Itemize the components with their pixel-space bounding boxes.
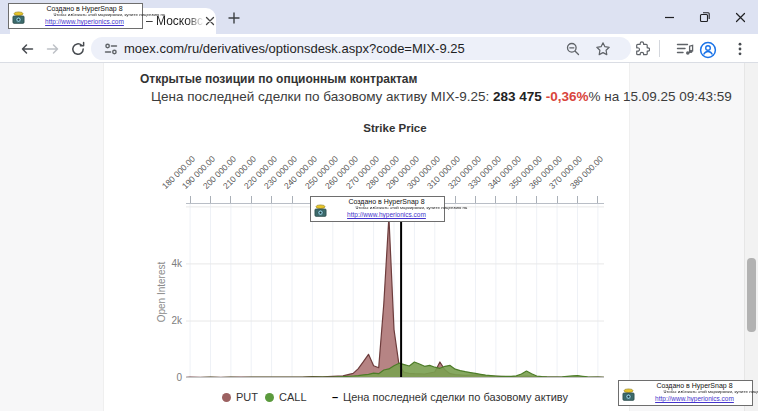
camera-icon [11,11,26,26]
chart-plot[interactable] [186,204,604,378]
site-info-icon[interactable] [103,41,119,57]
x-tick [597,196,598,203]
window-minimize-button[interactable] [664,12,675,23]
price-value: 283 475 [493,89,542,104]
watermark-title: Создано в HyperSnap 8 [638,382,751,389]
camera-icon [621,388,636,403]
plot-svg [186,204,604,378]
profile-avatar-icon[interactable] [699,41,717,59]
x-tick [190,196,191,203]
watermark-title: Создано в HyperSnap 8 [330,198,443,205]
y-axis: 02k4k [150,204,184,378]
address-bar[interactable]: moex.com/ru/derivatives/optionsdesk.aspx… [91,37,631,60]
y-tick-label: 0 [176,372,182,383]
watermark-title: Создано в HyperSnap 8 [28,5,141,12]
extensions-icon[interactable] [634,41,650,57]
window-close-button[interactable] [735,12,746,23]
scrollbar-thumb[interactable] [747,258,756,332]
watermark-line2: Чтобы избежать этой маркировки, купите л… [355,206,417,210]
put-legend-dot[interactable] [222,393,231,402]
camera-icon [313,204,328,219]
watermark-url[interactable]: http://www.hyperionics.com [28,19,141,26]
x-tick [251,196,252,203]
forward-icon[interactable] [45,41,61,57]
last-price-line: Цена последней сделки по базовому активу… [151,89,732,104]
percent-suffix: % [588,89,600,104]
put-legend-label[interactable]: PUT [236,391,258,403]
hypersnap-watermark: Создано в HyperSnap 8Чтобы избежать этой… [8,3,143,29]
window-restore-button[interactable] [699,11,711,23]
call-legend-dot[interactable] [265,393,274,402]
tab-close-icon[interactable] [205,16,215,26]
x-tick [536,196,537,203]
watermark-line2: Чтобы избежать этой маркировки, купите л… [53,13,115,17]
x-tick [577,196,578,203]
x-axis: 180 000.00190 000.00200 000.00210 000.00… [186,130,604,204]
x-tick [271,196,272,203]
price-line-swatch: – [332,391,338,403]
x-tick [475,196,476,203]
y-tick-label: 2k [171,315,182,326]
watermark-url[interactable]: http://www.hyperionics.com [330,212,443,219]
x-tick [292,196,293,203]
y-tick-label: 4k [171,258,182,269]
x-tick [495,196,496,203]
toolbar-divider [659,40,660,57]
price-change: -0,36% [546,89,589,104]
page-content: Открытые позиции по опционным контрактам… [0,63,758,411]
hypersnap-watermark: Создано в HyperSnap 8Чтобы избежать этой… [310,196,445,222]
x-tick [210,196,211,203]
browser-window: – Московска moex.com/ru/derivatives/opti… [0,0,758,411]
back-icon[interactable] [19,41,35,57]
page-title: Открытые позиции по опционным контрактам [140,72,417,86]
menu-kebab-icon[interactable] [733,41,747,57]
price-suffix: на 15.09.25 09:43:59 [600,89,731,104]
watermark-line2: Чтобы избежать этой маркировки, купите л… [663,390,725,394]
media-controls-icon[interactable] [676,41,694,57]
x-tick [455,196,456,203]
scrollbar[interactable] [744,63,758,411]
call-legend-label[interactable]: CALL [279,391,307,403]
new-tab-button[interactable] [228,12,240,24]
url-text: moex.com/ru/derivatives/optionsdesk.aspx… [124,41,465,56]
hypersnap-watermark: Создано в HyperSnap 8Чтобы избежать этой… [618,380,753,406]
price-prefix: Цена последней сделки по базовому активу… [151,89,493,104]
x-tick [230,196,231,203]
window-controls [652,0,758,34]
bookmark-star-icon[interactable] [595,41,611,57]
x-tick [557,196,558,203]
zoom-out-icon[interactable] [565,41,581,57]
browser-toolbar: moex.com/ru/derivatives/optionsdesk.aspx… [0,34,758,63]
watermark-url[interactable]: http://www.hyperionics.com [638,396,751,403]
price-line-legend-label: Цена последней сделки по базовому активу [343,391,568,403]
x-tick [516,196,517,203]
reload-icon[interactable] [70,41,86,57]
right-gutter [630,63,744,411]
chart-legend: PUT CALL – Цена последней сделки по базо… [0,390,630,406]
